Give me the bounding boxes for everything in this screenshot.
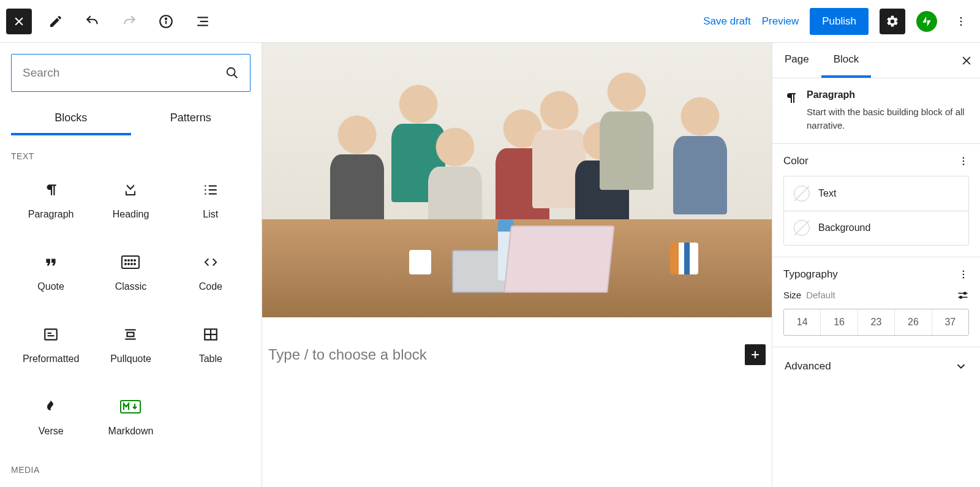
section-text-label: Text — [11, 151, 251, 161]
classic-icon — [121, 251, 140, 274]
svg-point-6 — [960, 17, 962, 18]
color-background-row[interactable]: Background — [784, 211, 968, 245]
typography-heading: Typography — [783, 268, 838, 281]
block-verse[interactable]: Verse — [11, 383, 91, 449]
sliders-icon — [957, 289, 969, 301]
svg-point-45 — [964, 292, 966, 294]
block-label: Pullquote — [110, 353, 151, 364]
size-default: Default — [806, 290, 835, 300]
section-media-label: Media — [11, 465, 251, 475]
jetpack-button[interactable] — [916, 11, 937, 32]
block-heading[interactable]: Heading — [91, 166, 170, 232]
svg-point-40 — [963, 164, 964, 165]
svg-point-47 — [960, 296, 962, 298]
details-button[interactable] — [153, 9, 179, 34]
block-label: Paragraph — [28, 209, 74, 220]
search-box[interactable] — [11, 54, 251, 92]
advanced-label: Advanced — [785, 360, 831, 372]
jetpack-icon — [921, 15, 933, 28]
redo-button[interactable] — [116, 9, 142, 34]
settings-button[interactable] — [880, 9, 905, 34]
svg-point-7 — [960, 20, 962, 22]
paragraph-placeholder[interactable]: Type / to choose a block — [268, 346, 745, 363]
size-option-26[interactable]: 26 — [894, 309, 931, 335]
svg-point-2 — [165, 18, 167, 19]
svg-line-10 — [234, 75, 238, 78]
heading-icon — [123, 178, 138, 202]
svg-point-8 — [960, 24, 962, 26]
empty-swatch-icon — [794, 220, 810, 236]
block-markdown[interactable]: Markdown — [91, 383, 170, 449]
tab-blocks[interactable]: Blocks — [11, 103, 131, 135]
tab-patterns[interactable]: Patterns — [131, 103, 251, 135]
size-option-14[interactable]: 14 — [784, 309, 820, 335]
top-toolbar: Save draft Preview Publish — [0, 0, 980, 43]
undo-icon — [85, 13, 100, 29]
save-draft-button[interactable]: Save draft — [703, 15, 751, 28]
kebab-icon[interactable] — [958, 156, 969, 167]
svg-point-24 — [131, 263, 132, 265]
advanced-toggle[interactable]: Advanced — [772, 347, 980, 385]
list-view-icon — [195, 13, 211, 29]
plus-icon — [749, 349, 761, 361]
block-label: Preformatted — [23, 353, 79, 364]
block-code[interactable]: Code — [171, 238, 251, 304]
block-label: Classic — [115, 281, 147, 292]
more-options-button[interactable] — [948, 9, 974, 34]
size-option-16[interactable]: 16 — [820, 309, 857, 335]
kebab-icon — [955, 15, 967, 28]
block-paragraph[interactable]: Paragraph — [11, 166, 91, 232]
size-option-37[interactable]: 37 — [932, 309, 968, 335]
svg-point-19 — [128, 260, 129, 261]
outline-button[interactable] — [190, 9, 216, 34]
svg-point-43 — [963, 277, 964, 278]
svg-point-39 — [963, 160, 964, 161]
color-text-row[interactable]: Text — [784, 176, 968, 211]
preview-button[interactable]: Preview — [762, 15, 799, 28]
size-label: Size — [783, 290, 801, 300]
list-icon — [203, 178, 219, 202]
size-options: 1416232637 — [783, 309, 969, 336]
pencil-icon — [48, 14, 63, 29]
block-label: Markdown — [108, 426, 154, 437]
close-icon — [13, 15, 25, 28]
block-preformatted[interactable]: Preformatted — [11, 311, 91, 377]
svg-point-25 — [134, 263, 135, 265]
redo-icon — [121, 13, 137, 29]
svg-rect-30 — [127, 333, 134, 337]
code-icon — [202, 251, 219, 274]
tools-button[interactable] — [43, 9, 69, 34]
publish-button[interactable]: Publish — [810, 8, 869, 35]
close-settings-button[interactable] — [953, 55, 980, 67]
size-option-23[interactable]: 23 — [858, 309, 894, 335]
color-section: Color Text Background — [772, 144, 980, 257]
close-editor-button[interactable] — [6, 9, 32, 34]
svg-rect-26 — [45, 329, 57, 339]
svg-point-20 — [131, 260, 132, 261]
block-quote[interactable]: Quote — [11, 238, 91, 304]
add-block-button[interactable] — [745, 344, 766, 365]
svg-point-18 — [125, 260, 126, 261]
block-pullquote[interactable]: Pullquote — [91, 311, 170, 377]
block-label: Table — [199, 353, 222, 364]
svg-point-22 — [125, 263, 126, 265]
typography-section: Typography Size Default 1416232637 — [772, 257, 980, 347]
pullquote-icon — [123, 323, 138, 346]
featured-image[interactable] — [262, 43, 772, 317]
tab-page[interactable]: Page — [772, 43, 821, 78]
settings-panel: Page Block Paragraph Start with the basi… — [772, 43, 980, 487]
block-desc-text: Start with the basic building block of a… — [807, 105, 969, 132]
block-list[interactable]: List — [171, 166, 251, 232]
size-settings-button[interactable] — [957, 289, 969, 301]
search-input[interactable] — [23, 66, 225, 80]
tab-block[interactable]: Block — [821, 43, 872, 78]
svg-point-9 — [227, 68, 235, 76]
undo-button[interactable] — [80, 9, 105, 34]
preformatted-icon — [43, 323, 59, 346]
block-table[interactable]: Table — [171, 311, 251, 377]
svg-point-23 — [128, 263, 129, 265]
block-classic[interactable]: Classic — [91, 238, 170, 304]
block-label: Heading — [113, 209, 149, 220]
svg-point-41 — [963, 270, 964, 271]
kebab-icon[interactable] — [958, 269, 969, 280]
